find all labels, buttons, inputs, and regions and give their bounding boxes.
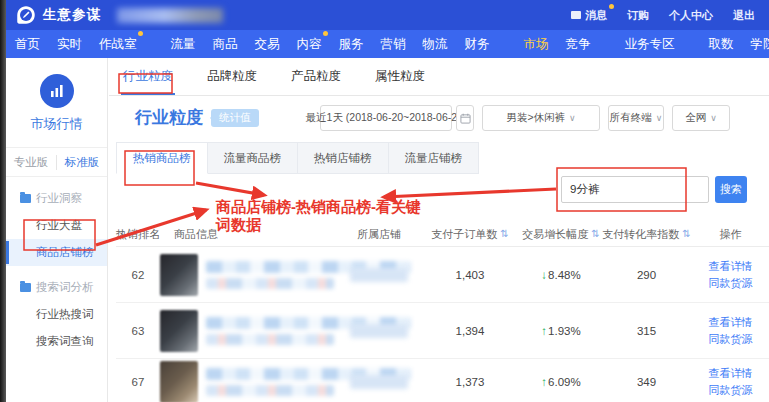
tab-pro-version[interactable]: 专业版 [6,155,56,170]
nav-market[interactable]: 市场 [524,36,549,53]
rank-value: 67 [116,376,160,388]
tab-attribute-granularity[interactable]: 属性粒度 [373,59,427,94]
calendar-button[interactable] [456,105,474,131]
orders-value: 1,394 [420,325,520,337]
nav-warroom[interactable]: 作战室 [99,36,137,53]
sidebar-title: 市场行情 [6,115,107,133]
page-badge: 统计值 [211,109,259,127]
change-value: ↓8.48% [520,269,602,281]
nav-business-zone[interactable]: 业务专区 [625,36,675,53]
subtab-hot-shop-rank[interactable]: 热销店铺榜 [298,142,389,174]
rank-subtabs: 热销商品榜 流量商品榜 热销店铺榜 流量店铺榜 [116,142,479,174]
subtab-traffic-product-rank[interactable]: 流量商品榜 [208,142,299,174]
view-detail-link[interactable]: 查看详情 [691,258,769,275]
nav-trade[interactable]: 交易 [255,36,280,53]
shop-name-blurred [338,375,420,389]
tab-industry-granularity[interactable]: 行业粒度 [121,59,175,94]
sidebar-group-industry-insight[interactable]: 行业洞察 [6,185,107,212]
col-ops: 操作 [691,227,769,242]
trend-up-icon: ↑ [541,376,547,388]
logo-text: 生意参谋 [43,6,101,24]
tab-brand-granularity[interactable]: 品牌粒度 [205,59,259,94]
chevron-down-icon: ∨ [569,113,576,123]
logo[interactable]: 生意参谋 [16,5,101,25]
col-change: 交易增长幅度⇅ [520,227,602,242]
change-value: ↑6.09% [520,376,602,388]
row-operations: 查看详情 同款货源 [691,365,769,398]
subtab-traffic-shop-rank[interactable]: 流量店铺榜 [389,142,480,174]
logout-link[interactable]: 退出 [733,8,755,23]
table-row: 62 1,403 ↓8.48% 290 查看详情 同款货源 [116,247,769,303]
same-supply-link[interactable]: 同款货源 [691,275,769,292]
rank-value: 63 [116,325,160,337]
change-value: ↑1.93% [520,325,602,337]
nav-data-extract[interactable]: 取数 [709,36,734,53]
nav-finance[interactable]: 财务 [465,36,490,53]
main-content: 行业粒度 品牌粒度 产品粒度 属性粒度 行业粒度 统计值 最近1天 (2018-… [109,58,769,402]
topbar-right: 消息 订购 个人中心 退出 [571,8,755,23]
new-badge-dot [138,31,143,36]
new-badge-dot [323,31,328,36]
same-supply-link[interactable]: 同款货源 [691,382,769,399]
folder-icon [20,283,31,292]
rank-value: 62 [116,269,160,281]
nav-realtime[interactable]: 实时 [57,36,82,53]
tab-standard-version[interactable]: 标准版 [56,155,107,170]
sort-icon[interactable]: ⇅ [500,229,508,239]
nav-logistics[interactable]: 物流 [423,36,448,53]
nav-academy[interactable]: 学院 [751,36,769,53]
trend-down-icon: ↓ [541,269,547,281]
row-operations: 查看详情 同款货源 [691,258,769,291]
row-operations: 查看详情 同款货源 [691,314,769,347]
sycm-logo-icon [16,5,36,25]
subtab-hot-product-rank[interactable]: 热销商品榜 [116,142,208,174]
nav-home[interactable]: 首页 [15,36,40,53]
sidebar-item-hot-search-words[interactable]: 行业热搜词 [6,301,107,328]
nav-competition[interactable]: 竞争 [566,36,591,53]
sort-icon[interactable]: ⇅ [682,229,690,239]
window-edge [0,0,6,402]
notification-dot [609,4,614,9]
sidebar-item-industry-overview[interactable]: 行业大盘 [6,212,107,239]
keyword-search-input[interactable] [561,176,709,203]
product-info [160,361,338,402]
network-dropdown[interactable]: 全网 ∨ [672,105,730,131]
col-index: 支付转化率指数⇅ [602,227,691,242]
same-supply-link[interactable]: 同款货源 [691,331,769,348]
table-row: 67 1,373 ↑6.09% 349 查看详情 同款货源 [116,359,769,402]
filter-controls: 最近1天 (2018-06-20~2018-06-20) 男装>休闲裤 ∨ 所有… [320,105,730,131]
terminal-dropdown[interactable]: 所有终端 ∨ [608,105,664,131]
messages-link[interactable]: 消息 [571,8,607,23]
sidebar-item-search-word-query[interactable]: 搜索词查询 [6,328,107,355]
nav-service[interactable]: 服务 [339,36,364,53]
nav-marketing[interactable]: 营销 [381,36,406,53]
profile-link[interactable]: 个人中心 [669,8,713,23]
trend-up-icon: ↑ [541,325,547,337]
nav-traffic[interactable]: 流量 [171,36,196,53]
chevron-down-icon: ∨ [656,113,663,123]
subscribe-label: 订购 [627,8,649,23]
product-thumbnail-blurred [160,310,198,352]
logout-label: 退出 [733,8,755,23]
sidebar-group-search-analysis[interactable]: 搜索词分析 [6,274,107,301]
sidebar-item-product-shop-rank[interactable]: 商品店铺榜 [6,239,107,266]
view-detail-link[interactable]: 查看详情 [691,365,769,382]
orders-value: 1,403 [420,269,520,281]
view-detail-link[interactable]: 查看详情 [691,314,769,331]
rank-table: 热销排名 商品信息 所属店铺 支付子订单数⇅ 交易增长幅度⇅ 支付转化率指数⇅ … [116,222,769,402]
index-value: 315 [602,325,691,337]
nav-goods[interactable]: 商品 [213,36,238,53]
category-dropdown[interactable]: 男装>休闲裤 ∨ [482,105,600,131]
search-button[interactable]: 搜索 [715,176,747,203]
subscribe-link[interactable]: 订购 [627,8,649,23]
tab-product-granularity[interactable]: 产品粒度 [289,59,343,94]
message-icon [571,11,581,19]
page-title: 行业粒度 [135,106,203,129]
orders-value: 1,373 [420,376,520,388]
nav-content[interactable]: 内容 [297,36,322,53]
date-range-picker[interactable]: 最近1天 (2018-06-20~2018-06-20) [320,105,452,131]
sidebar: 市场行情 专业版 标准版 行业洞察 行业大盘 商品店铺榜 搜索词分析 行业热搜词… [6,58,108,402]
col-rank: 热销排名 [116,227,160,242]
sort-icon[interactable]: ⇅ [591,229,599,239]
tutorial-annotation: 商品店铺榜-热销商品榜-看关键 词数据 [216,198,456,234]
